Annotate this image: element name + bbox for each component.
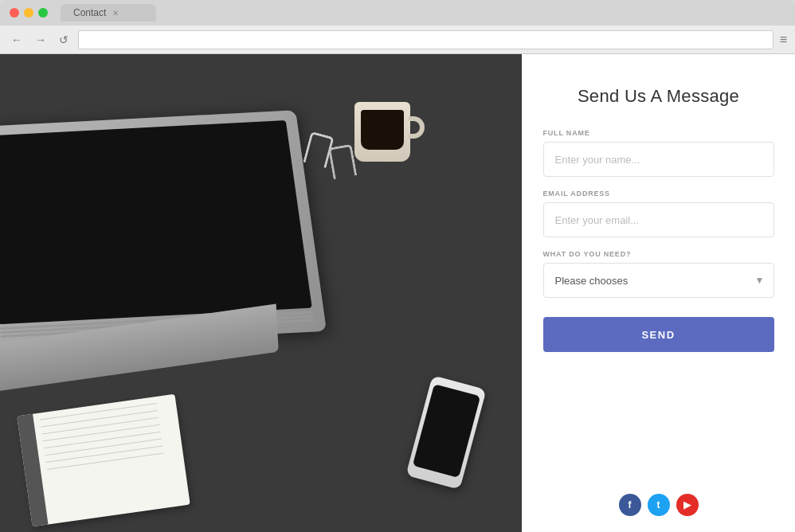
twitter-icon[interactable]: t	[648, 494, 670, 516]
form-title: Send Us A Message	[578, 86, 739, 107]
social-icons: f t ▶	[619, 478, 699, 516]
send-button[interactable]: SEND	[543, 317, 774, 352]
menu-icon[interactable]: ≡	[780, 33, 787, 47]
cup-body	[354, 102, 410, 162]
service-select-wrapper: Please chooses UI/UX Design eCommerce Bu…	[543, 263, 774, 298]
form-container: FULL NAME EMAIL ADDRESS WHAT DO YOU NEED…	[543, 129, 774, 352]
desk-photo	[0, 54, 522, 532]
browser-toolbar: ← → ↺ ≡	[0, 25, 795, 54]
close-button[interactable]	[10, 8, 19, 18]
phone	[405, 375, 486, 490]
address-bar[interactable]	[78, 30, 773, 49]
maximize-button[interactable]	[38, 8, 48, 18]
reload-button[interactable]: ↺	[56, 32, 72, 48]
full-name-field: FULL NAME	[543, 129, 774, 177]
page-content: Send Us A Message FULL NAME EMAIL ADDRES…	[0, 54, 795, 532]
tab-close-icon[interactable]: ✕	[112, 9, 119, 18]
full-name-label: FULL NAME	[543, 129, 774, 137]
minimize-button[interactable]	[24, 8, 33, 18]
service-select[interactable]: Please chooses UI/UX Design eCommerce Bu…	[543, 263, 774, 298]
coffee-cup	[347, 102, 418, 182]
hero-photo	[0, 54, 522, 532]
youtube-icon[interactable]: ▶	[676, 494, 699, 516]
service-label: WHAT DO YOU NEED?	[543, 250, 774, 258]
browser-titlebar: Contact ✕	[0, 0, 795, 25]
cup-handle	[409, 116, 425, 139]
contact-form-panel: Send Us A Message FULL NAME EMAIL ADDRES…	[522, 54, 795, 532]
browser-tab[interactable]: Contact ✕	[61, 4, 156, 22]
email-input[interactable]	[543, 202, 774, 237]
facebook-icon[interactable]: f	[619, 494, 641, 516]
traffic-lights	[10, 8, 48, 18]
laptop-display	[0, 120, 312, 324]
phone-screen	[413, 384, 480, 478]
tab-label: Contact	[73, 7, 106, 18]
email-field: EMAIL ADDRESS	[543, 190, 774, 237]
coffee-liquid	[361, 110, 404, 150]
forward-button[interactable]: →	[32, 32, 49, 48]
notebook-spine	[17, 414, 48, 526]
notebook	[17, 394, 190, 526]
back-button[interactable]: ←	[8, 32, 25, 48]
laptop-screen	[0, 110, 327, 348]
full-name-input[interactable]	[543, 142, 774, 177]
email-label: EMAIL ADDRESS	[543, 190, 774, 198]
service-field: WHAT DO YOU NEED? Please chooses UI/UX D…	[543, 250, 774, 298]
browser-window: Contact ✕ ← → ↺ ≡	[0, 0, 795, 532]
